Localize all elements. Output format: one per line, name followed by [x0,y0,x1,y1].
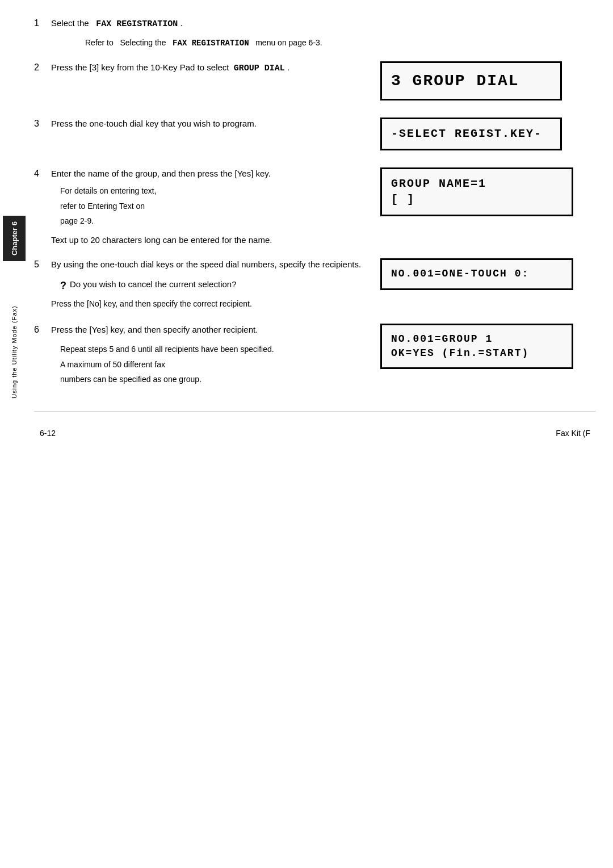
step6-display-line1: NO.001=GROUP 1 [391,332,562,346]
refer-menu-text: FAX REGISTRATION [173,39,249,48]
step4-sub-line2: refer to Entering Text on [60,200,369,212]
step3-row: 3 Press the one-touch dial key that you … [34,118,596,150]
step6-main-text: Press the [Yes] key, and then specify an… [51,324,369,337]
step5-lcd-container: NO.001=ONE-TOUCH 0: [380,258,596,290]
step4-text-content: Enter the name of the group, and then pr… [51,167,380,230]
step6-lcd-container: NO.001=GROUP 1 OK=YES (Fin.=START) [380,324,596,369]
step3-text: Press the one-touch dial key that you wi… [51,119,257,128]
step2-row: 2 Press the [3] key from the 10-Key Pad … [34,61,596,100]
step1-row: 1 Select the FAX REGISTRATION . [34,17,596,33]
question-text: Do you wish to cancel the current select… [70,278,237,291]
step6-display: NO.001=GROUP 1 OK=YES (Fin.=START) [380,324,573,369]
divider [34,411,596,412]
step4-display-line1: GROUP NAME=1 [391,176,562,192]
question-symbol: ? [60,278,66,293]
footer-page-number: 6-12 [40,429,56,438]
step1-period: . [180,18,182,28]
step5-question-row: ? Do you wish to cancel the current sele… [60,278,369,293]
step4-sub-line3: page 2-9. [60,215,369,227]
step5-display: NO.001=ONE-TOUCH 0: [380,258,573,290]
step1-text-prefix: Select the [51,18,89,28]
step2-menu-name: GROUP DIAL [234,64,285,73]
step6-note1: Repeat steps 5 and 6 until all recipient… [60,343,369,355]
step6-number: 6 [34,324,51,335]
step3-text-content: Press the one-touch dial key that you wi… [51,118,380,131]
step5-text-content: By using the one-touch dial keys or the … [51,258,380,312]
refer-suffix: menu on page 6-3. [255,38,322,47]
step2-text-content: Press the [3] key from the 10-Key Pad to… [51,61,380,76]
main-content: 1 Select the FAX REGISTRATION . Refer to… [34,17,602,438]
step1-menu-name: FAX REGISTRATION [96,19,178,29]
step4-lcd-container: GROUP NAME=1 [ ] [380,167,596,216]
step5-main-text: By using the one-touch dial keys or the … [51,258,369,271]
step4-display: GROUP NAME=1 [ ] [380,167,573,216]
step3-number: 3 [34,118,51,129]
step4-display-line2: [ ] [391,192,562,208]
step4-row: 4 Enter the name of the group, and then … [34,167,596,230]
step4-sub-note: For details on entering text, refer to E… [60,184,369,227]
step2-display: 3 GROUP DIAL [380,61,562,100]
step6-row: 6 Press the [Yes] key, and then specify … [34,324,596,388]
side-tab-container: Chapter 6 Using the Utility Mode (Fax) [0,216,28,585]
step5-row: 5 By using the one-touch dial keys or th… [34,258,596,312]
step6-text-content: Press the [Yes] key, and then specify an… [51,324,380,388]
step1-number: 1 [34,17,51,28]
step5-press-note: Press the [No] key, and then specify the… [51,298,369,310]
step5-number: 5 [34,258,51,270]
step3-lcd-container: -SELECT REGIST.KEY- [380,118,596,150]
step6-notes: Repeat steps 5 and 6 until all recipient… [60,343,369,385]
refer-prefix: Refer to [85,38,114,47]
chapter-tab: Chapter 6 [3,216,26,261]
step6-note2: A maximum of 50 different fax [60,358,369,371]
step1-text: Select the FAX REGISTRATION . [51,17,596,33]
step4-number: 4 [34,167,51,179]
footer: 6-12 Fax Kit (F [34,429,596,438]
step3-display: -SELECT REGIST.KEY- [380,118,562,150]
step6-note3: numbers can be specified as one group. [60,373,369,385]
refer-link-text: Selecting the [120,38,166,47]
step6-display-line2: OK=YES (Fin.=START) [391,346,562,360]
footer-product-name: Fax Kit (F [556,429,590,438]
step2-number: 2 [34,61,51,73]
refer-row: Refer to Selecting the FAX REGISTRATION … [85,38,596,48]
step4-main-text: Enter the name of the group, and then pr… [51,167,369,181]
page-container: Chapter 6 Using the Utility Mode (Fax) 1… [0,0,613,868]
step2-period: . [287,62,289,72]
step4-char-note-text: Text up to 20 characters long can be ent… [51,235,272,245]
step4-sub-line1: For details on entering text, [60,184,369,197]
step4-char-note: Text up to 20 characters long can be ent… [51,235,596,245]
step2-text: Press the [3] key from the 10-Key Pad to… [51,62,229,72]
step2-lcd-container: 3 GROUP DIAL [380,61,596,100]
utility-tab: Using the Utility Mode (Fax) [9,267,20,437]
